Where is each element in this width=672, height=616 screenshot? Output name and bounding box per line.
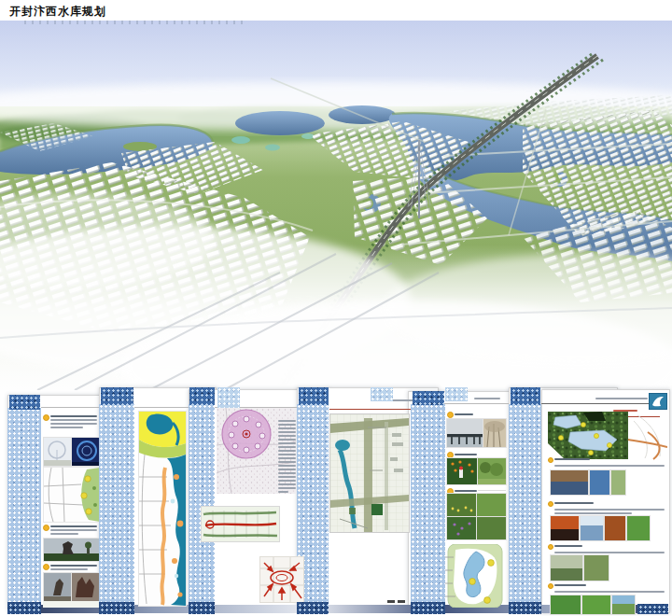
map-master-plan — [329, 413, 410, 533]
bullet-icon — [548, 501, 553, 507]
photo-ferris-wheel-night — [71, 437, 101, 467]
photo-garden-2 — [476, 493, 507, 517]
strip-cap — [101, 387, 133, 405]
map-aerial-lakes — [548, 412, 667, 460]
strip-cap — [445, 387, 468, 401]
diagram-red-arrows — [259, 556, 304, 603]
board1-text-1 — [50, 413, 97, 430]
board4-caption — [398, 600, 405, 603]
strip-cap — [99, 602, 134, 614]
photo-garden-3 — [446, 516, 477, 540]
presentation-boards — [0, 385, 672, 616]
bullet-icon — [43, 414, 49, 421]
board3-paragraph — [278, 418, 296, 495]
board-edge-strip — [189, 404, 215, 606]
strip-cap — [371, 387, 393, 401]
map-landuse-strip — [138, 411, 187, 607]
photo-trees — [610, 469, 626, 496]
board7-text-1 — [554, 463, 665, 469]
board7-header-text — [595, 396, 648, 401]
strip-cap — [637, 604, 668, 614]
photo-mountain — [580, 515, 604, 541]
photo-sunset — [550, 515, 580, 541]
board-edge-strip — [411, 404, 445, 606]
photo-sculpture-2 — [71, 572, 101, 602]
map-park-plan — [43, 467, 101, 523]
poster-page: 开封汴西水库规划 — [0, 0, 672, 616]
bullet-icon — [548, 544, 553, 550]
board7-heading-4 — [554, 582, 586, 588]
bullet-icon — [447, 412, 454, 418]
strip-cap — [9, 395, 40, 410]
map-lake-detail — [444, 544, 504, 608]
bullet-icon — [43, 564, 49, 570]
board5-header-text — [474, 396, 500, 401]
photo-lakeside-town — [550, 554, 583, 581]
strip-cap — [189, 602, 215, 614]
photo-city-reflection — [550, 469, 589, 496]
board7-heading-2 — [554, 500, 594, 506]
photo-green-field — [626, 515, 651, 541]
board1-faded-map — [43, 601, 99, 608]
strip-cap — [411, 602, 445, 614]
bullet-icon — [548, 457, 553, 463]
page-title: 开封汴西水库规划 — [9, 4, 106, 20]
board-edge-strip — [7, 408, 41, 606]
photo-lake — [589, 469, 610, 496]
photo-autumn — [604, 515, 626, 541]
strip-cap — [217, 387, 240, 408]
strip-cap — [511, 387, 540, 405]
board-edge-strip — [99, 404, 134, 606]
strip-cap — [299, 387, 329, 405]
photo-green-trees — [477, 457, 507, 485]
board7-heading-1 — [554, 456, 590, 462]
board5-rule — [439, 403, 509, 404]
photo-coast — [611, 595, 636, 615]
photo-golf — [581, 595, 611, 615]
board5-heading-1 — [455, 412, 473, 417]
photo-park — [583, 554, 609, 581]
board1-text-3 — [50, 563, 97, 572]
strip-cap — [297, 602, 329, 614]
bullet-icon — [548, 583, 553, 589]
photo-winter-trees — [483, 418, 507, 448]
board-edge-strip — [509, 404, 541, 606]
board7-heading-3 — [554, 543, 582, 549]
strip-cap — [189, 387, 215, 405]
board7-logo-icon — [649, 393, 667, 410]
photo-horse-statue — [43, 538, 101, 562]
photo-orchard — [446, 457, 478, 485]
photo-garden-1 — [446, 493, 477, 517]
board1-text-2 — [50, 524, 97, 537]
photo-sculpture-1 — [43, 572, 72, 602]
photo-ferris-wheel-day — [43, 437, 72, 467]
photo-garden-4 — [476, 516, 507, 540]
photo-bridge — [446, 418, 483, 448]
distant-skyline — [23, 21, 247, 25]
aerial-rendering-image — [0, 21, 672, 390]
photo-lawn — [550, 595, 581, 615]
diagram-green-corridor — [201, 506, 280, 542]
strip-cap — [509, 602, 541, 614]
strip-cap — [7, 602, 41, 614]
bullet-icon — [43, 525, 49, 531]
strip-cap — [413, 391, 444, 405]
board4-caption — [387, 600, 395, 603]
